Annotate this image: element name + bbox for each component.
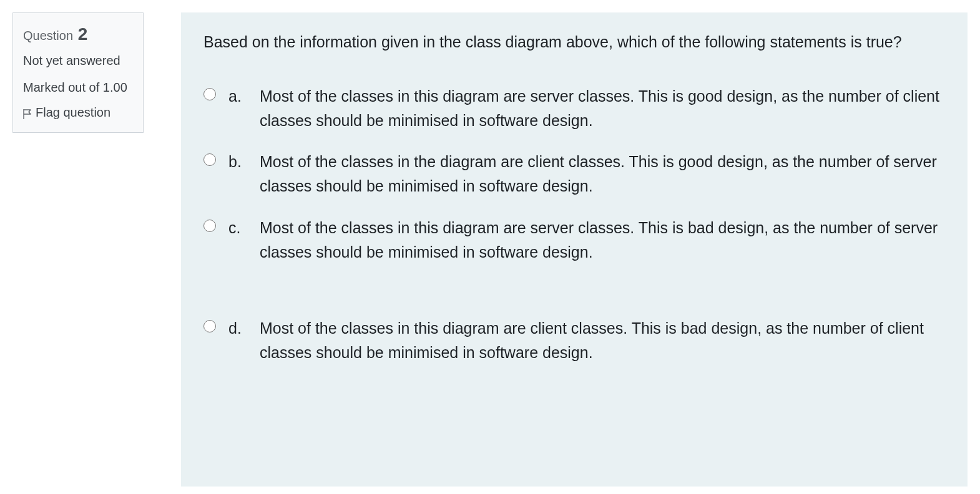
- marks-info: Marked out of 1.00: [23, 79, 133, 97]
- answer-letter: a.: [228, 84, 247, 109]
- flag-question-link[interactable]: Flag question: [23, 105, 133, 120]
- answer-text: Most of the classes in this diagram are …: [260, 84, 945, 133]
- flag-icon: [23, 108, 32, 118]
- answer-letter: d.: [228, 316, 247, 341]
- answer-status: Not yet answered: [23, 52, 133, 70]
- answer-option-d[interactable]: d. Most of the classes in this diagram a…: [203, 316, 945, 365]
- answer-letter: b.: [228, 150, 247, 174]
- answer-text: Most of the classes in the diagram are c…: [260, 150, 945, 198]
- question-content-panel: Based on the information given in the cl…: [181, 12, 968, 487]
- answer-letter: c.: [228, 216, 247, 240]
- radio-wrap: [203, 84, 216, 104]
- answer-radio-b[interactable]: [203, 153, 216, 166]
- radio-wrap: [203, 316, 216, 336]
- answer-option-a[interactable]: a. Most of the classes in this diagram a…: [203, 84, 945, 133]
- question-text: Based on the information given in the cl…: [203, 30, 945, 54]
- question-info-panel: Question 2 Not yet answered Marked out o…: [12, 12, 144, 133]
- question-number: 2: [78, 24, 88, 44]
- answer-radio-c[interactable]: [203, 220, 216, 232]
- radio-wrap: [203, 150, 216, 169]
- answer-text: Most of the classes in this diagram are …: [260, 316, 945, 365]
- answer-text: Most of the classes in this diagram are …: [260, 216, 945, 264]
- answers-list: a. Most of the classes in this diagram a…: [203, 84, 945, 365]
- page-layout: Question 2 Not yet answered Marked out o…: [12, 12, 968, 487]
- answer-option-c[interactable]: c. Most of the classes in this diagram a…: [203, 216, 945, 264]
- question-label: Question: [23, 29, 73, 42]
- answer-option-b[interactable]: b. Most of the classes in the diagram ar…: [203, 150, 945, 198]
- answer-radio-a[interactable]: [203, 88, 216, 100]
- flag-label: Flag question: [36, 105, 110, 120]
- radio-wrap: [203, 216, 216, 235]
- answer-radio-d[interactable]: [203, 320, 216, 332]
- question-header: Question 2: [23, 24, 133, 44]
